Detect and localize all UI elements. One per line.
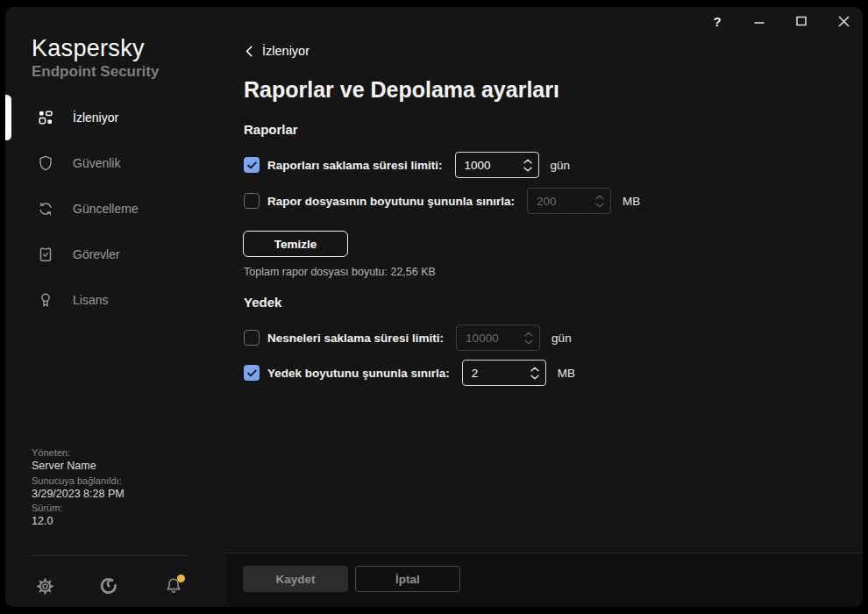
close-button[interactable] [831,9,856,33]
spin-down-icon [530,375,539,380]
refresh-icon [37,200,54,218]
sidebar-item-label: Lisans [73,293,108,307]
brand-logo: Kaspersky Endpoint Security [32,35,159,81]
objects-storage-limit-row: Nesneleri saklama süresi limiti: gün [244,323,572,353]
sidebar-item-gorevler[interactable]: Görevler [5,232,226,277]
maximize-button[interactable] [789,9,814,33]
action-bar: Kaydet İptal [226,553,863,607]
reports-storage-days-input[interactable] [456,159,517,172]
unit-label: MB [558,367,575,380]
license-icon [37,291,54,309]
sidebar-footer-icons [5,570,226,602]
spinner-arrows [518,332,539,345]
spin-up-icon [524,332,533,337]
titlebar-controls: ? [705,9,856,33]
chevron-left-icon [245,46,253,57]
managed-by-value: Server Name [32,460,125,472]
spinner-arrows[interactable] [517,159,538,172]
spin-up-icon [530,367,539,372]
version-value: 12.0 [32,516,125,527]
spin-up-icon [523,159,532,164]
app-window: ? Kaspersky Endpoint Security [5,7,863,607]
backup-size-spinbox [462,360,546,386]
support-button[interactable] [93,570,125,602]
objects-storage-days-spinbox [456,325,540,351]
sidebar-item-izleniyor[interactable]: İzleniyor [5,95,226,140]
report-file-size-limit-label: Rapor dosyasının boyutunu şununla sınırl… [267,195,515,208]
sidebar: Kaspersky Endpoint Security İzleniyor Gü… [5,7,226,607]
maximize-icon [796,16,807,26]
objects-storage-limit-label: Nesneleri saklama süresi limiti: [267,332,444,345]
breadcrumb-back[interactable]: İzleniyor [245,44,309,58]
minimize-icon [754,16,765,26]
backup-size-limit-row: Yedek boyutunu şununla sınırla: MB [244,358,575,388]
reports-storage-limit-row: Raporları saklama süresi limiti: gün [244,150,570,180]
spinner-arrows[interactable] [524,367,545,380]
sidebar-item-label: Güvenlik [73,156,120,170]
settings-button[interactable] [29,570,60,602]
connected-label: Sunucuya bağlanıldı: [32,476,125,486]
close-icon [838,16,850,27]
report-file-size-limit-checkbox[interactable] [244,193,260,209]
dashboard-icon [37,109,54,126]
tasks-icon [37,246,54,263]
version-label: Sürüm: [32,503,125,513]
report-file-size-input[interactable] [528,195,589,208]
unit-label: gün [551,332,572,345]
notifications-button[interactable] [158,570,189,602]
report-file-size-spinbox [527,188,611,214]
brand-name: Kaspersky [32,35,159,62]
cancel-button[interactable]: İptal [355,566,460,592]
reports-storage-limit-checkbox[interactable] [244,157,260,173]
clear-button[interactable]: Temizle [243,231,348,257]
gear-icon [36,577,54,596]
spin-down-icon [595,203,604,208]
spin-down-icon [524,339,533,345]
objects-storage-limit-checkbox[interactable] [244,330,260,346]
server-info: Yöneten: Server Name Sunucuya bağlanıldı… [32,448,125,532]
reports-storage-days-spinbox [455,152,539,178]
spin-down-icon [523,167,532,172]
save-button[interactable]: Kaydet [243,566,348,592]
sidebar-item-label: Görevler [73,247,120,261]
backup-size-limit-checkbox[interactable] [244,365,260,381]
managed-by-label: Yöneten: [32,448,125,458]
notification-dot [177,575,185,582]
support-icon [99,576,118,596]
shield-icon [37,154,54,172]
checkmark-icon [247,161,257,169]
checkmark-icon [247,369,257,377]
sidebar-divider [32,555,188,556]
breadcrumb-label: İzleniyor [262,44,309,58]
total-report-size-note: Toplam rapor dosyası boyutu: 22,56 KB [244,266,436,278]
sidebar-item-label: Güncelleme [73,202,139,216]
objects-storage-days-input[interactable] [457,332,518,345]
unit-label: gün [551,159,571,172]
spin-up-icon [595,195,604,200]
page-title: Raporlar ve Depolama ayarları [244,77,559,103]
backup-size-limit-label: Yedek boyutunu şununla sınırla: [267,367,450,380]
minimize-button[interactable] [747,9,772,33]
unit-label: MB [623,195,640,208]
reports-storage-limit-label: Raporları saklama süresi limiti: [267,159,443,172]
main-content: İzleniyor Raporlar ve Depolama ayarları … [226,7,863,607]
sidebar-item-label: İzleniyor [73,111,118,125]
sidebar-item-lisans[interactable]: Lisans [5,277,226,323]
reports-section-heading: Raporlar [244,122,298,137]
sidebar-item-guncelleme[interactable]: Güncelleme [5,186,226,232]
backup-size-input[interactable] [463,367,524,380]
brand-product: Endpoint Security [32,63,159,81]
help-button[interactable]: ? [705,9,729,33]
connected-value: 3/29/2023 8:28 PM [32,489,125,500]
sidebar-nav: İzleniyor Güvenlik Güncelleme [5,95,226,323]
report-file-size-limit-row: Rapor dosyasının boyutunu şununla sınırl… [244,186,640,216]
sidebar-item-guvenlik[interactable]: Güvenlik [5,140,226,186]
spinner-arrows [589,195,610,208]
backup-section-heading: Yedek [244,295,281,310]
